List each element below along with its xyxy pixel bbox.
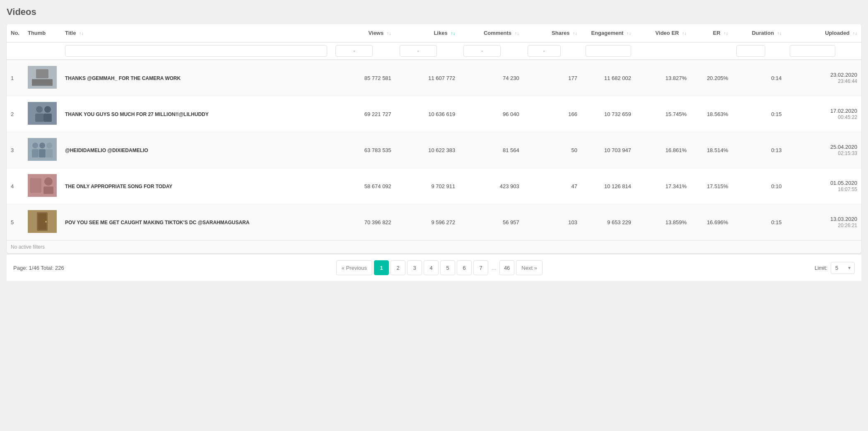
svg-rect-14 (46, 149, 53, 157)
cell-likes-1: 11 607 772 (395, 60, 459, 96)
cell-shares-1: 177 (523, 60, 581, 96)
col-header-comments[interactable]: Comments ↑↓ (459, 24, 523, 42)
cell-er-2: 18.563% (691, 96, 732, 132)
no-filters-label: No active filters (7, 240, 861, 253)
cell-duration-2: 0:15 (732, 96, 786, 132)
cell-shares-5: 103 (523, 204, 581, 240)
table-row: 5 POV YOU SEE ME GET CAUGHT MAKING TIKTO… (7, 204, 861, 240)
col-header-title[interactable]: Title ↑↓ (61, 24, 331, 42)
cell-shares-2: 166 (523, 96, 581, 132)
col-header-er[interactable]: ER ↑↓ (691, 24, 732, 42)
col-header-uploaded[interactable]: Uploaded ↑↓ (786, 24, 861, 42)
next-button[interactable]: Next » (516, 260, 542, 275)
engagement-filter-input[interactable] (586, 45, 631, 57)
col-label-title: Title (65, 30, 76, 36)
cell-video-er-2: 15.745% (635, 96, 691, 132)
col-header-views[interactable]: Views ↑↓ (331, 24, 395, 42)
page-btn-last[interactable]: 46 (499, 260, 514, 275)
cell-video-er-5: 13.859% (635, 204, 691, 240)
cell-engagement-2: 10 732 659 (581, 96, 635, 132)
cell-comments-4: 423 903 (459, 168, 523, 204)
filter-row (7, 42, 861, 60)
page-info: Page: 1/46 Total: 226 (13, 265, 64, 271)
table-body: 1 THANKS @GEMMAH_ FOR THE CAMERA WORK 85… (7, 60, 861, 240)
col-label-likes: Likes (434, 30, 447, 36)
video-er-sort-icon: ↑↓ (682, 31, 687, 36)
page-btn-7[interactable]: 7 (473, 260, 488, 275)
cell-uploaded-4: 01.05.202016:07:55 (786, 168, 861, 204)
cell-thumb-2 (24, 96, 61, 132)
limit-select[interactable]: 5 10 25 50 100 (831, 262, 855, 274)
col-header-duration[interactable]: Duration ↑↓ (732, 24, 786, 42)
page-btn-3[interactable]: 3 (407, 260, 422, 275)
cell-duration-4: 0:10 (732, 168, 786, 204)
uploaded-filter-input[interactable] (790, 45, 835, 57)
col-header-video-er[interactable]: Video ER ↑↓ (635, 24, 691, 42)
col-label-engagement: Engagement (591, 30, 623, 36)
cell-no-1: 1 (7, 60, 24, 96)
cell-title-4: THE ONLY APPROPRIATE SONG FOR TODAY (61, 168, 331, 204)
cell-engagement-1: 11 682 002 (581, 60, 635, 96)
prev-button[interactable]: « Previous (336, 260, 372, 275)
page-btn-2[interactable]: 2 (391, 260, 405, 275)
cell-er-3: 18.514% (691, 132, 732, 168)
cell-uploaded-5: 13.03.202020:26:21 (786, 204, 861, 240)
uploaded-sort-icon: ↑↓ (853, 31, 857, 36)
svg-rect-18 (30, 178, 41, 193)
cell-video-er-1: 13.827% (635, 60, 691, 96)
cell-likes-4: 9 702 911 (395, 168, 459, 204)
cell-duration-1: 0:14 (732, 60, 786, 96)
col-label-shares: Shares (552, 30, 569, 36)
er-sort-icon: ↑↓ (723, 31, 728, 36)
page-btn-6[interactable]: 6 (457, 260, 472, 275)
duration-sort-icon: ↑↓ (777, 31, 781, 36)
page-btn-1[interactable]: 1 (374, 260, 389, 275)
comments-filter-input[interactable] (463, 45, 501, 57)
page-btn-5[interactable]: 5 (440, 260, 455, 275)
cell-title-1: THANKS @GEMMAH_ FOR THE CAMERA WORK (61, 60, 331, 96)
svg-rect-17 (43, 186, 53, 194)
page-wrapper: Videos No. Thumb Title ↑↓ Views (0, 0, 868, 431)
col-header-engagement[interactable]: Engagement ↑↓ (581, 24, 635, 42)
svg-rect-5 (35, 114, 43, 122)
col-label-no: No. (11, 30, 19, 36)
pagination: « Previous 1 2 3 4 5 6 7 ... 46 Next » (336, 260, 542, 275)
videos-table: No. Thumb Title ↑↓ Views ↑↓ Likes (7, 24, 861, 240)
table-row: 3 @HEIDIDAMELIO @DIXIEDAMELIO 63 783 535… (7, 132, 861, 168)
limit-select-wrapper: 5 10 25 50 100 (831, 262, 855, 274)
cell-likes-5: 9 596 272 (395, 204, 459, 240)
svg-point-4 (36, 106, 43, 113)
title-filter-input[interactable] (65, 45, 327, 57)
cell-thumb-1 (24, 60, 61, 96)
cell-views-1: 85 772 581 (331, 60, 395, 96)
cell-er-4: 17.515% (691, 168, 732, 204)
cell-likes-3: 10 622 383 (395, 132, 459, 168)
cell-duration-3: 0:13 (732, 132, 786, 168)
cell-title-3: @HEIDIDAMELIO @DIXIEDAMELIO (61, 132, 331, 168)
cell-uploaded-1: 23.02.202023:46:44 (786, 60, 861, 96)
cell-thumb-3 (24, 132, 61, 168)
shares-sort-icon: ↑↓ (573, 31, 577, 36)
cell-no-3: 3 (7, 132, 24, 168)
table-header-row: No. Thumb Title ↑↓ Views ↑↓ Likes (7, 24, 861, 42)
table-row: 2 THANK YOU GUYS SO MUCH FOR 27 MILLION!… (7, 96, 861, 132)
col-label-comments: Comments (484, 30, 511, 36)
cell-shares-4: 47 (523, 168, 581, 204)
col-header-thumb: Thumb (24, 24, 61, 42)
svg-rect-12 (39, 149, 46, 157)
shares-filter-input[interactable] (528, 45, 561, 57)
cell-shares-3: 50 (523, 132, 581, 168)
col-label-duration: Duration (752, 30, 774, 36)
svg-rect-21 (38, 213, 46, 230)
svg-point-6 (44, 106, 51, 113)
limit-label: Limit: (815, 265, 827, 271)
cell-uploaded-3: 25.04.202002:15:33 (786, 132, 861, 168)
svg-rect-7 (43, 114, 52, 122)
views-filter-input[interactable] (335, 45, 373, 57)
duration-filter-input[interactable] (736, 45, 765, 57)
col-header-likes[interactable]: Likes ↑↓ (395, 24, 459, 42)
col-header-shares[interactable]: Shares ↑↓ (523, 24, 581, 42)
likes-filter-input[interactable] (400, 45, 437, 57)
table-row: 1 THANKS @GEMMAH_ FOR THE CAMERA WORK 85… (7, 60, 861, 96)
page-btn-4[interactable]: 4 (424, 260, 439, 275)
